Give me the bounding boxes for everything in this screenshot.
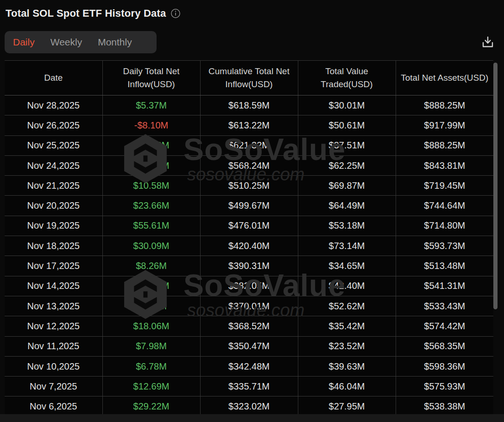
table-row: Nov 12,2025 $18.06M $368.52M $35.42M $57…	[5, 316, 493, 336]
cell-date: Nov 28,2025	[5, 96, 102, 115]
table-row: Nov 20,2025 $23.66M $499.67M $64.49M $74…	[5, 196, 493, 216]
cell-date: Nov 6,2025	[5, 396, 102, 415]
horizontal-scroll-track[interactable]	[0, 414, 504, 422]
cell-total-value-traded: $35.42M	[298, 316, 396, 336]
cell-date: Nov 19,2025	[5, 216, 102, 236]
table-row: Nov 26,2025 -$8.10M $613.22M $50.61M $91…	[5, 115, 493, 135]
cell-date: Nov 20,2025	[5, 196, 102, 216]
cell-date: Nov 21,2025	[5, 176, 102, 196]
col-header-assets: Total Net Assets(USD)	[396, 61, 493, 96]
cell-daily-net-inflow: $7.98M	[102, 336, 200, 356]
cell-total-value-traded: $53.18M	[298, 216, 396, 236]
cell-date: Nov 17,2025	[5, 256, 102, 276]
cell-daily-net-inflow: $10.58M	[102, 176, 200, 196]
cell-total-net-assets: $888.25M	[396, 96, 493, 115]
table-row: Nov 28,2025 $5.37M $618.59M $30.01M $888…	[5, 96, 493, 115]
table-row: Nov 24,2025 $57.99M $568.24M $62.25M $84…	[5, 155, 493, 175]
table-row: Nov 21,2025 $10.58M $510.25M $69.87M $71…	[5, 176, 493, 196]
cell-cumulative-net-inflow: $335.71M	[200, 377, 298, 396]
cell-cumulative-net-inflow: $618.59M	[200, 96, 298, 115]
cell-date: Nov 24,2025	[5, 155, 102, 175]
cell-total-net-assets: $744.64M	[396, 196, 493, 216]
cell-date: Nov 25,2025	[5, 135, 102, 155]
tab-monthly[interactable]: Monthly	[98, 37, 132, 48]
col-header-daily: Daily Total Net Inflow(USD)	[102, 61, 200, 96]
cell-cumulative-net-inflow: $323.02M	[200, 396, 298, 415]
vertical-scrollbar[interactable]	[493, 63, 498, 309]
cell-cumulative-net-inflow: $368.52M	[200, 316, 298, 336]
cell-total-value-traded: $27.95M	[298, 396, 396, 415]
cell-total-value-traded: $52.62M	[298, 296, 396, 316]
cell-total-net-assets: $533.43M	[396, 296, 493, 316]
table-row: Nov 18,2025 $30.09M $420.40M $73.14M $59…	[5, 236, 493, 256]
col-header-cumulative: Cumulative Total Net Inflow(USD)	[200, 61, 298, 96]
cell-total-value-traded: $42.40M	[298, 276, 396, 296]
cell-total-net-assets: $888.25M	[396, 135, 493, 155]
cell-total-value-traded: $37.51M	[298, 135, 396, 155]
cell-date: Nov 10,2025	[5, 356, 102, 376]
table-row: Nov 25,2025 $53.08M $621.32M $37.51M $88…	[5, 135, 493, 155]
cell-cumulative-net-inflow: $420.40M	[200, 236, 298, 256]
cell-total-value-traded: $69.87M	[298, 176, 396, 196]
cell-cumulative-net-inflow: $499.67M	[200, 196, 298, 216]
cell-date: Nov 26,2025	[5, 115, 102, 135]
cell-total-value-traded: $50.61M	[298, 115, 396, 135]
tab-daily[interactable]: Daily	[13, 37, 35, 48]
cell-total-value-traded: $30.01M	[298, 96, 396, 115]
cell-daily-net-inflow: $8.26M	[102, 256, 200, 276]
cell-cumulative-net-inflow: $613.22M	[200, 115, 298, 135]
table-row: Nov 17,2025 $8.26M $390.31M $34.65M $513…	[5, 256, 493, 276]
cell-cumulative-net-inflow: $510.25M	[200, 176, 298, 196]
cell-daily-net-inflow: $1.49M	[102, 296, 200, 316]
cell-cumulative-net-inflow: $476.01M	[200, 216, 298, 236]
cell-daily-net-inflow: $12.69M	[102, 377, 200, 396]
period-tabs: Daily Weekly Monthly	[5, 31, 157, 53]
table-row: Nov 19,2025 $55.61M $476.01M $53.18M $71…	[5, 216, 493, 236]
cell-total-net-assets: $541.31M	[396, 276, 493, 296]
table-header-row: Date Daily Total Net Inflow(USD) Cumulat…	[5, 61, 493, 96]
cell-cumulative-net-inflow: $621.32M	[200, 135, 298, 155]
cell-daily-net-inflow: $12.04M	[102, 276, 200, 296]
cell-total-value-traded: $64.49M	[298, 196, 396, 216]
cell-total-value-traded: $73.14M	[298, 236, 396, 256]
cell-total-net-assets: $538.38M	[396, 396, 493, 415]
cell-total-net-assets: $568.35M	[396, 336, 493, 356]
cell-total-net-assets: $513.48M	[396, 256, 493, 276]
cell-total-value-traded: $62.25M	[298, 155, 396, 175]
download-icon	[481, 35, 495, 49]
cell-cumulative-net-inflow: $382.05M	[200, 276, 298, 296]
cell-total-net-assets: $574.42M	[396, 316, 493, 336]
info-circle-icon[interactable]	[170, 8, 181, 19]
cell-daily-net-inflow: $57.99M	[102, 155, 200, 175]
cell-daily-net-inflow: $30.09M	[102, 236, 200, 256]
cell-daily-net-inflow: $55.61M	[102, 216, 200, 236]
table-row: Nov 14,2025 $12.04M $382.05M $42.40M $54…	[5, 276, 493, 296]
history-table-container: SoSoValue sosovalue.com SoSoValue sosova…	[5, 60, 493, 415]
cell-total-value-traded: $39.63M	[298, 356, 396, 376]
cell-date: Nov 12,2025	[5, 316, 102, 336]
table-row: Nov 13,2025 $1.49M $370.01M $52.62M $533…	[5, 296, 493, 316]
page-title: Total SOL Spot ETF History Data	[6, 7, 166, 19]
cell-cumulative-net-inflow: $370.01M	[200, 296, 298, 316]
cell-daily-net-inflow: $29.22M	[102, 396, 200, 415]
cell-cumulative-net-inflow: $568.24M	[200, 155, 298, 175]
cell-daily-net-inflow: -$8.10M	[102, 115, 200, 135]
cell-date: Nov 18,2025	[5, 236, 102, 256]
cell-total-net-assets: $593.73M	[396, 236, 493, 256]
cell-total-net-assets: $598.36M	[396, 356, 493, 376]
tab-weekly[interactable]: Weekly	[50, 37, 82, 48]
cell-total-net-assets: $575.93M	[396, 377, 493, 396]
cell-total-net-assets: $917.99M	[396, 115, 493, 135]
cell-cumulative-net-inflow: $342.48M	[200, 356, 298, 376]
table-row: Nov 10,2025 $6.78M $342.48M $39.63M $598…	[5, 356, 493, 376]
cell-cumulative-net-inflow: $350.47M	[200, 336, 298, 356]
cell-total-net-assets: $719.45M	[396, 176, 493, 196]
cell-date: Nov 7,2025	[5, 377, 102, 396]
cell-total-value-traded: $23.52M	[298, 336, 396, 356]
cell-daily-net-inflow: $53.08M	[102, 135, 200, 155]
col-header-date: Date	[5, 61, 102, 96]
download-button[interactable]	[481, 35, 495, 49]
history-table: Date Daily Total Net Inflow(USD) Cumulat…	[5, 61, 493, 415]
cell-total-net-assets: $714.80M	[396, 216, 493, 236]
cell-daily-net-inflow: $23.66M	[102, 196, 200, 216]
